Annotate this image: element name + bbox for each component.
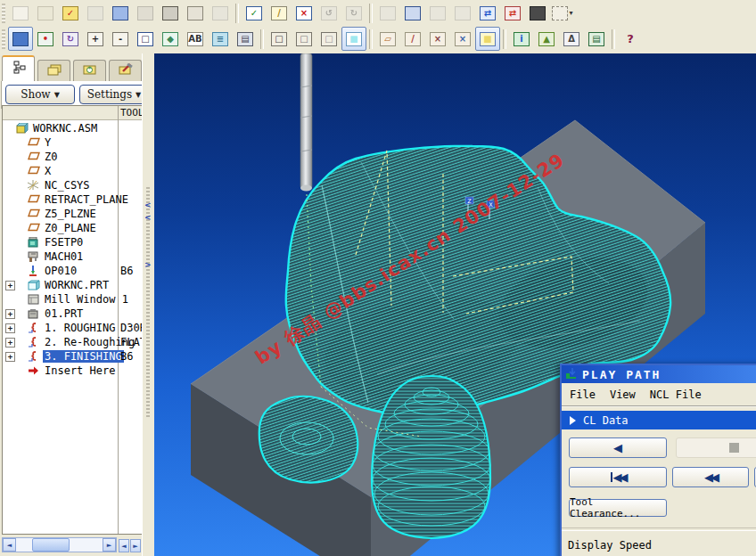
expand-icon[interactable]: + — [5, 352, 15, 362]
copy-button[interactable] — [400, 1, 425, 25]
menu-ncl-file[interactable]: NCL File — [650, 388, 702, 401]
update-regenerate-button[interactable]: ⇄ — [475, 1, 500, 25]
zoom-in-button[interactable]: + — [83, 27, 108, 51]
play-backward-button[interactable]: ◀ — [569, 437, 667, 458]
tree-item-label[interactable]: WORKNC.PRT — [43, 279, 111, 291]
tree-item-2-re-roughing[interactable]: +2. Re-RoughingFLAT — [3, 335, 142, 349]
show-button[interactable]: Show ▼ — [5, 85, 75, 104]
scroll-thumb[interactable] — [32, 538, 70, 552]
shaded-display-button[interactable]: ■ — [341, 27, 366, 51]
print-button[interactable] — [158, 1, 183, 25]
menu-file[interactable]: File — [570, 388, 596, 401]
csys-display-button[interactable]: × — [450, 27, 475, 51]
go-to-start-button[interactable]: ◀◀ — [569, 467, 667, 487]
tree-item-worknc-asm[interactable]: WORKNC.ASM — [3, 121, 142, 135]
edit-erase-button[interactable]: / — [267, 1, 292, 25]
tree-item-nc-csys[interactable]: NC_CSYS — [3, 178, 142, 192]
tree-item-label[interactable]: OP010 — [43, 265, 78, 277]
tree-item-3-finishing[interactable]: +3. FINISHINGB6 — [3, 349, 142, 364]
tree-item-z0[interactable]: Z0 — [3, 150, 142, 164]
refit-button[interactable]: ◆ — [158, 27, 183, 51]
tree-item-y[interactable]: Y — [3, 135, 142, 150]
cl-data-section-header[interactable]: CL Data — [562, 411, 756, 429]
expand-icon[interactable]: + — [5, 338, 15, 348]
tree-item-x[interactable]: X — [3, 164, 142, 178]
tab-connections[interactable] — [109, 60, 142, 81]
tree-item-op010[interactable]: OP010B6 — [3, 264, 142, 278]
save-a-copy-button[interactable] — [108, 1, 133, 25]
tree-item-1-roughing[interactable]: +1. ROUGHINGD30R — [3, 321, 142, 335]
undo-button[interactable]: ↺ — [316, 1, 341, 25]
measure-button[interactable]: Δ — [559, 27, 584, 51]
delete-window-button[interactable]: × — [292, 1, 316, 25]
no-hidden-display-button[interactable]: □ — [316, 27, 341, 51]
tab-favorites[interactable]: * — [73, 60, 106, 81]
nc-output-button[interactable]: ▤ — [584, 27, 609, 51]
open-file-button[interactable] — [33, 1, 58, 25]
wireframe-display-button[interactable]: □ — [267, 27, 292, 51]
repaint-button[interactable] — [8, 27, 33, 51]
set-working-directory-button[interactable]: ✓ — [58, 1, 83, 25]
point-display-button[interactable]: × — [425, 27, 450, 51]
scroll-right-button[interactable]: ► — [103, 538, 116, 552]
tree-hscrollbar[interactable]: ◄ ► — [2, 537, 117, 552]
tree-item-label[interactable]: Insert Here — [43, 364, 117, 377]
nc-seq-info-button[interactable]: i — [509, 27, 534, 51]
mail-model-button[interactable] — [183, 1, 208, 25]
selection-filter-button[interactable]: ▾ — [550, 1, 575, 25]
splitter-expand-icon[interactable]: > — [144, 260, 152, 269]
splitter-collapse-icon-2[interactable]: < — [144, 213, 152, 222]
tree-item-retract-plane[interactable]: RETRACT_PLANE — [3, 192, 142, 207]
new-file-button[interactable] — [8, 1, 33, 25]
tree-item-z5-plzne[interactable]: Z5_PLZNE — [3, 207, 142, 221]
zoom-out-button[interactable]: - — [108, 27, 133, 51]
tree-item-label[interactable]: 01.PRT — [43, 307, 85, 320]
splitter-collapse-icon[interactable]: < — [144, 200, 152, 209]
toolbar-grip[interactable] — [2, 29, 5, 49]
rewind-button[interactable]: ◀◀ — [672, 467, 749, 487]
rename-views-button[interactable]: AB — [183, 27, 208, 51]
tree-item-label[interactable]: Y — [43, 136, 53, 149]
tree-item-label[interactable]: Z5_PLZNE — [43, 208, 98, 220]
tree-item-label[interactable]: FSETP0 — [43, 236, 85, 249]
zoom-window-button[interactable]: □ — [133, 27, 158, 51]
tree-item-label[interactable]: 3. FINISHING — [43, 350, 124, 363]
model-link-button[interactable] — [208, 1, 233, 25]
tree-item-label[interactable]: Mill Window 1 — [43, 293, 130, 306]
save-button[interactable] — [83, 1, 108, 25]
spin-center-button[interactable]: • — [33, 27, 58, 51]
context-help-button[interactable]: ? — [618, 27, 643, 51]
tree-column-header[interactable]: TOOL — [3, 106, 142, 120]
datum-plane-display-button[interactable]: ▱ — [375, 27, 400, 51]
tree-item-label[interactable]: Z0_PLANE — [43, 222, 98, 234]
layer-display-button[interactable]: ≡ — [208, 27, 233, 51]
gouge-check-button[interactable]: ▲ — [534, 27, 559, 51]
tree-item-label[interactable]: Z0 — [43, 151, 59, 163]
update-all-button[interactable]: ⇄ — [500, 1, 525, 25]
tree-item-label[interactable]: RETRACT_PLANE — [43, 193, 130, 206]
tree-item-fsetp0[interactable]: FSETP0 — [3, 235, 142, 249]
tree-item-01-prt[interactable]: +01.PRT — [3, 307, 142, 321]
stop-button[interactable] — [676, 437, 756, 458]
expand-icon[interactable]: + — [5, 309, 15, 319]
view-manager-button[interactable]: ▤ — [233, 27, 258, 51]
settings-button[interactable]: Settings ▼ — [79, 85, 149, 104]
toolbar-grip[interactable] — [2, 4, 5, 23]
tree-item-insert-here[interactable]: Insert Here — [3, 364, 142, 378]
accept-window-button[interactable]: ✓ — [242, 1, 267, 25]
splitter-grip[interactable] — [146, 187, 150, 419]
tree-item-label[interactable]: X — [43, 165, 53, 177]
panel-splitter[interactable]: < < > — [142, 53, 154, 556]
annotation-display-button[interactable]: ■ — [475, 27, 500, 51]
backup-window-button[interactable] — [133, 1, 158, 25]
expand-icon[interactable]: + — [5, 281, 15, 290]
orient-mode-button[interactable]: ↻ — [58, 27, 83, 51]
tree-item-worknc-prt[interactable]: +WORKNC.PRT — [3, 278, 142, 292]
tree-item-z0-plane[interactable]: Z0_PLANE — [3, 221, 142, 235]
tree-item-label[interactable]: 1. ROUGHING — [43, 322, 117, 334]
tree-item-label[interactable]: WORKNC.ASM — [31, 122, 99, 135]
tab-folder-browser[interactable] — [37, 60, 70, 81]
tree-item-mill-window-1[interactable]: Mill Window 1 — [3, 292, 142, 307]
find-button[interactable] — [525, 1, 550, 25]
scroll-left-button[interactable]: ◄ — [3, 538, 16, 552]
